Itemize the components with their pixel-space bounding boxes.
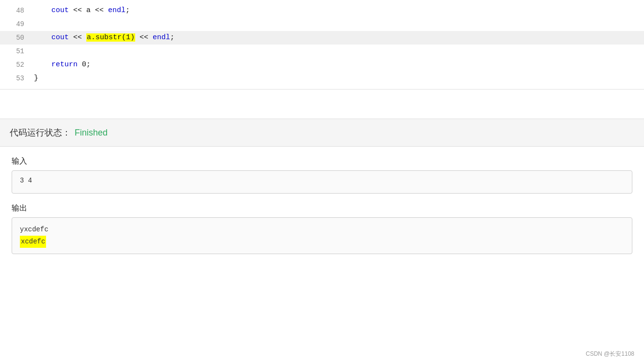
input-group: 输入 3 4 bbox=[12, 156, 632, 194]
code-line-49: 49 bbox=[0, 17, 644, 31]
code-section: 48 cout << a << endl; 49 50 cout << a.su… bbox=[0, 0, 644, 90]
code-line-52: 52 return 0; bbox=[0, 58, 644, 72]
output-box: yxcdefc xcdefc bbox=[12, 217, 632, 254]
code-block: 48 cout << a << endl; 49 50 cout << a.su… bbox=[0, 0, 644, 89]
input-box[interactable]: 3 4 bbox=[12, 170, 632, 194]
line-number-53: 53 bbox=[0, 73, 34, 84]
line-content-52: return 0; bbox=[34, 59, 91, 71]
line-number-51: 51 bbox=[0, 46, 34, 57]
code-line-51: 51 bbox=[0, 45, 644, 58]
line-number-52: 52 bbox=[0, 60, 34, 70]
status-value: Finished bbox=[75, 128, 108, 138]
line-content-53: } bbox=[34, 73, 38, 84]
code-line-53: 53 } bbox=[0, 72, 644, 85]
output-group: 输出 yxcdefc xcdefc bbox=[12, 203, 632, 254]
footer: CSDN @长安1108 bbox=[586, 350, 634, 358]
status-label: 代码运行状态： bbox=[10, 127, 71, 138]
code-line-50: 50 cout << a.substr(1) << endl; bbox=[0, 31, 644, 45]
line-content-50: cout << a.substr(1) << endl; bbox=[34, 32, 174, 44]
output-line-2-highlighted: xcdefc bbox=[20, 236, 46, 248]
input-value: 3 4 bbox=[20, 177, 32, 184]
output-line-1: yxcdefc bbox=[20, 224, 624, 236]
line-number-49: 49 bbox=[0, 19, 34, 30]
line-content-48: cout << a << endl; bbox=[34, 5, 130, 16]
input-label: 输入 bbox=[12, 156, 632, 166]
highlight-substr: a.substr(1) bbox=[86, 33, 135, 42]
footer-text: CSDN @长安1108 bbox=[586, 350, 634, 357]
io-section: 输入 3 4 输出 yxcdefc xcdefc bbox=[0, 147, 644, 273]
line-number-48: 48 bbox=[0, 5, 34, 16]
output-label: 输出 bbox=[12, 203, 632, 213]
output-content: yxcdefc xcdefc bbox=[20, 224, 624, 248]
code-line-48: 48 cout << a << endl; bbox=[0, 4, 644, 17]
status-section: 代码运行状态： Finished bbox=[0, 119, 644, 147]
status-row: 代码运行状态： Finished bbox=[10, 127, 634, 138]
line-number-50: 50 bbox=[0, 32, 34, 43]
gap-spacer bbox=[0, 90, 644, 119]
